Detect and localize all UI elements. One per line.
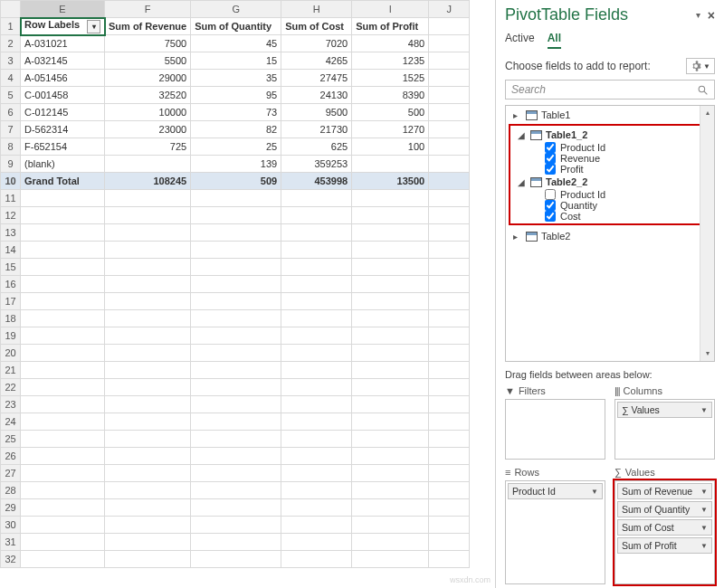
cell[interactable] [429, 327, 470, 345]
row-header[interactable]: 1 [1, 18, 21, 35]
field-item[interactable]: Product Id [510, 189, 710, 200]
grid-row[interactable]: 8F-65215472525625100 [1, 138, 470, 156]
cell[interactable]: Sum of Profit [352, 18, 429, 35]
cell[interactable] [191, 482, 281, 499]
table-node[interactable]: ◢Table2_2 [510, 175, 710, 189]
cell[interactable] [21, 482, 105, 499]
cell[interactable]: 45 [191, 35, 281, 52]
grid-row[interactable]: 16 [1, 276, 470, 293]
cell[interactable]: Sum of Quantity [191, 18, 281, 35]
cell[interactable] [105, 413, 191, 431]
cell[interactable] [191, 379, 281, 396]
table-node[interactable]: ◢Table1_2 [510, 128, 710, 142]
cell[interactable] [191, 327, 281, 345]
cell[interactable] [281, 190, 352, 207]
cell[interactable] [191, 242, 281, 259]
scrollbar[interactable]: ▴ ▾ [700, 106, 714, 361]
row-header[interactable]: 7 [1, 121, 21, 138]
cell[interactable] [429, 190, 470, 207]
cell[interactable]: 35 [191, 70, 281, 87]
cell[interactable] [281, 551, 352, 568]
cell[interactable] [429, 52, 470, 70]
expand-icon[interactable]: ▸ [513, 232, 522, 242]
col-header-G[interactable]: G [191, 1, 281, 18]
cell[interactable] [191, 517, 281, 534]
cell[interactable] [21, 448, 105, 465]
cell[interactable]: 27475 [281, 70, 352, 87]
field-item[interactable]: Revenue [510, 153, 710, 164]
cell[interactable]: 10000 [105, 104, 191, 121]
row-header[interactable]: 15 [1, 259, 21, 276]
cell[interactable]: 24130 [281, 87, 352, 104]
grid-row[interactable]: 1Row Labels▾Sum of RevenueSum of Quantit… [1, 18, 470, 35]
row-header[interactable]: 2 [1, 35, 21, 52]
cell[interactable] [21, 499, 105, 517]
pane-menu-icon[interactable]: ▾ [696, 10, 700, 20]
cell[interactable] [429, 517, 470, 534]
cell[interactable] [352, 293, 429, 310]
cell[interactable] [429, 499, 470, 517]
cell[interactable] [105, 431, 191, 448]
cell[interactable] [281, 482, 352, 499]
row-header[interactable]: 8 [1, 138, 21, 156]
cell[interactable] [191, 465, 281, 482]
cell[interactable]: 625 [281, 138, 352, 156]
cell[interactable] [352, 482, 429, 499]
row-header[interactable]: 31 [1, 534, 21, 551]
cell[interactable] [429, 276, 470, 293]
tab-all[interactable]: All [548, 32, 561, 49]
grid-row[interactable]: 15 [1, 259, 470, 276]
cell[interactable] [281, 431, 352, 448]
chevron-down-icon[interactable]: ▼ [700, 488, 708, 496]
cell[interactable] [191, 276, 281, 293]
row-header[interactable]: 26 [1, 448, 21, 465]
field-item[interactable]: Cost [510, 211, 710, 222]
cell[interactable] [281, 327, 352, 345]
row-header[interactable]: 28 [1, 482, 21, 499]
grid-row[interactable]: 21 [1, 362, 470, 379]
cell[interactable] [281, 396, 352, 413]
cell[interactable]: D-562314 [21, 121, 105, 138]
cell[interactable] [105, 482, 191, 499]
cell[interactable]: Sum of Cost [281, 18, 352, 35]
cell[interactable] [21, 379, 105, 396]
cell[interactable]: 29000 [105, 70, 191, 87]
chevron-down-icon[interactable]: ▼ [700, 506, 708, 514]
cell[interactable]: 13500 [352, 173, 429, 190]
cell[interactable] [352, 448, 429, 465]
cell[interactable] [429, 18, 470, 35]
cell[interactable]: 480 [352, 35, 429, 52]
cell[interactable]: C-001458 [21, 87, 105, 104]
row-header[interactable]: 3 [1, 52, 21, 70]
cell[interactable] [105, 242, 191, 259]
row-header[interactable]: 24 [1, 413, 21, 431]
cell[interactable]: 100 [352, 138, 429, 156]
cell[interactable] [105, 551, 191, 568]
cell[interactable] [191, 362, 281, 379]
table-node[interactable]: ▸ Table2 [506, 229, 714, 243]
cell[interactable] [105, 190, 191, 207]
cell[interactable] [105, 499, 191, 517]
grid-row[interactable]: 4A-0514562900035274751525 [1, 70, 470, 87]
cell[interactable] [281, 276, 352, 293]
cell[interactable]: 7020 [281, 35, 352, 52]
cell[interactable]: 8390 [352, 87, 429, 104]
cell[interactable] [429, 465, 470, 482]
cell[interactable] [352, 431, 429, 448]
cell[interactable] [281, 465, 352, 482]
cell[interactable] [352, 345, 429, 362]
cell[interactable] [21, 362, 105, 379]
cell[interactable] [429, 207, 470, 224]
cell[interactable]: 25 [191, 138, 281, 156]
field-checkbox[interactable] [545, 211, 556, 222]
cell[interactable]: 82 [191, 121, 281, 138]
cell[interactable] [429, 482, 470, 499]
cell[interactable] [191, 224, 281, 242]
cell[interactable] [281, 517, 352, 534]
cell[interactable] [21, 293, 105, 310]
grid-row[interactable]: 20 [1, 345, 470, 362]
grid[interactable]: E F G H I J 1Row Labels▾Sum of RevenueSu… [0, 0, 470, 568]
row-header[interactable]: 25 [1, 431, 21, 448]
grid-row[interactable]: 31 [1, 534, 470, 551]
cell[interactable] [105, 293, 191, 310]
